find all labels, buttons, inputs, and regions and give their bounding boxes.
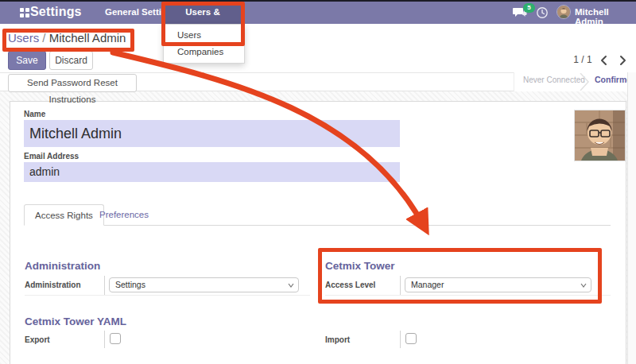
section-title-administration: Administration	[25, 260, 100, 272]
chevron-down-icon	[288, 283, 294, 288]
dropdown-item-users[interactable]: Users	[164, 27, 244, 44]
email-input[interactable]: admin	[24, 162, 400, 182]
discard-button[interactable]: Discard	[49, 51, 93, 70]
name-label: Name	[24, 110, 45, 118]
chevron-down-icon	[580, 283, 587, 288]
administration-select[interactable]: Settings	[109, 277, 299, 292]
divider	[104, 331, 105, 348]
section-title-cetmix-tower: Cetmix Tower	[325, 260, 395, 272]
user-photo[interactable]	[574, 110, 626, 161]
status-never-connected[interactable]: Never Connected	[523, 76, 585, 84]
apps-menu-icon[interactable]	[20, 8, 29, 17]
save-button[interactable]: Save	[8, 51, 46, 70]
pager-counter: 1 / 1	[568, 54, 598, 65]
statusbar-chevron-icon	[579, 73, 590, 94]
messages-count-badge: 5	[523, 3, 535, 13]
breadcrumb-link-users[interactable]: Users	[8, 31, 39, 45]
divider	[104, 276, 105, 295]
administration-field-label: Administration	[25, 277, 81, 293]
breadcrumb: Users / Mitchell Admin	[8, 31, 126, 45]
user-avatar[interactable]	[556, 5, 571, 19]
top-navbar: Settings General Settings Users & Compan…	[0, 0, 636, 24]
breadcrumb-separator: /	[42, 31, 48, 45]
row-rule	[25, 295, 310, 296]
pager-previous-button[interactable]	[599, 52, 611, 68]
activity-clock-icon[interactable]	[536, 6, 549, 19]
app-title[interactable]: Settings	[30, 5, 82, 19]
import-checkbox[interactable]	[405, 333, 417, 344]
send-password-reset-button[interactable]: Send Password Reset Instructions	[8, 74, 137, 92]
breadcrumb-current: Mitchell Admin	[49, 31, 126, 45]
users-companies-dropdown: Users Companies	[163, 24, 245, 64]
vertical-scrollbar[interactable]	[627, 72, 636, 364]
divider	[400, 331, 401, 348]
menu-users-companies[interactable]: Users & Companies	[161, 0, 244, 24]
export-field-label: Export	[25, 331, 50, 348]
import-field-label: Import	[325, 331, 350, 348]
access-level-field-label: Access Level	[325, 277, 375, 293]
name-input[interactable]: Mitchell Admin	[24, 120, 400, 147]
dropdown-item-companies[interactable]: Companies	[164, 44, 244, 60]
divider	[400, 276, 401, 295]
user-menu-name[interactable]: Mitchell Admin	[575, 7, 636, 26]
access-level-select[interactable]: Manager	[405, 277, 591, 292]
window-top-edge	[0, 0, 636, 2]
email-label: Email Address	[24, 152, 79, 161]
pager-next-button[interactable]	[617, 52, 630, 68]
row-rule	[325, 295, 611, 296]
tab-preferences[interactable]: Preferences	[89, 204, 159, 226]
section-title-cetmix-tower-yaml: Cetmix Tower YAML	[25, 316, 126, 327]
export-checkbox[interactable]	[110, 333, 121, 344]
